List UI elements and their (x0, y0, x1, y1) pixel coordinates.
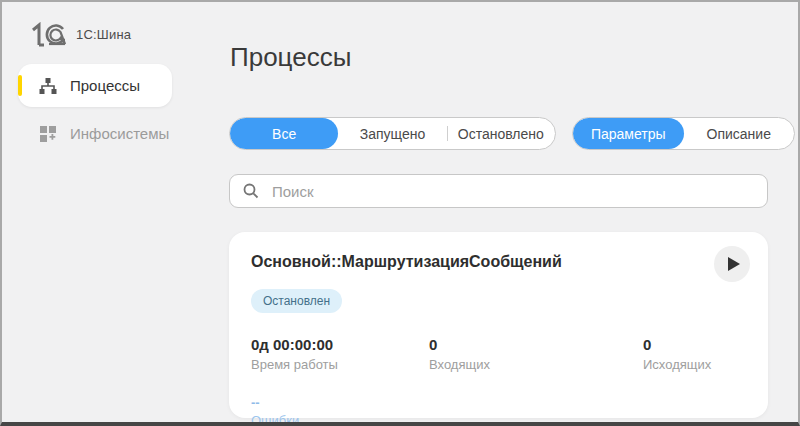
tab-running[interactable]: Запущено (338, 118, 446, 149)
grid-plus-icon (39, 125, 57, 143)
1c-logo-icon (30, 22, 66, 47)
status-badge: Остановлен (251, 289, 342, 313)
sidebar-item-processes[interactable]: Процессы (18, 64, 172, 107)
status-filter-tabs: Все Запущено Остановлено (229, 117, 556, 150)
stat-label: Входящих (429, 357, 643, 372)
tab-all[interactable]: Все (230, 118, 338, 149)
play-icon (728, 257, 740, 271)
tab-stopped[interactable]: Остановлено (447, 118, 555, 149)
sitemap-icon (39, 77, 57, 95)
tab-parameters[interactable]: Параметры (573, 118, 684, 149)
page-title: Процессы (230, 42, 351, 73)
brand-area: 1С:Шина (30, 22, 131, 47)
stat-value: 0д 00:00:00 (251, 336, 429, 353)
process-title: Основной::МаршрутизацияСообщений (251, 250, 562, 271)
active-indicator (18, 75, 22, 96)
stat-label: Исходящих (643, 357, 746, 372)
errors-label: Ошибки (251, 413, 746, 426)
search-box (229, 174, 768, 208)
app-window: 1С:Шина Процессы (0, 0, 800, 426)
process-stats: 0д 00:00:00 Время работы 0 Входящих 0 Ис… (251, 336, 746, 372)
process-card-header: Основной::МаршрутизацияСообщений (251, 250, 746, 282)
sidebar-item-infosystems[interactable]: Инфосистемы (18, 112, 172, 155)
search-input[interactable] (270, 182, 754, 201)
sidebar-item-label: Процессы (70, 77, 140, 94)
stat-value: 0 (429, 336, 643, 353)
errors-value: -- (251, 395, 746, 410)
tab-description[interactable]: Описание (684, 118, 795, 149)
search-icon (243, 183, 259, 199)
sidebar-nav: Процессы Инфосистемы (18, 64, 172, 155)
view-tabs: Параметры Описание (572, 117, 795, 150)
stat-value: 0 (643, 336, 746, 353)
stat-uptime: 0д 00:00:00 Время работы (251, 336, 429, 372)
stat-label: Время работы (251, 357, 429, 372)
stat-incoming: 0 Входящих (429, 336, 643, 372)
brand-name: 1С:Шина (76, 27, 131, 42)
sidebar-item-label: Инфосистемы (70, 125, 169, 142)
process-card[interactable]: Основной::МаршрутизацияСообщений Останов… (229, 232, 768, 418)
stat-outgoing: 0 Исходящих (643, 336, 746, 372)
start-process-button[interactable] (714, 246, 750, 282)
errors-link[interactable]: -- Ошибки (251, 395, 746, 426)
